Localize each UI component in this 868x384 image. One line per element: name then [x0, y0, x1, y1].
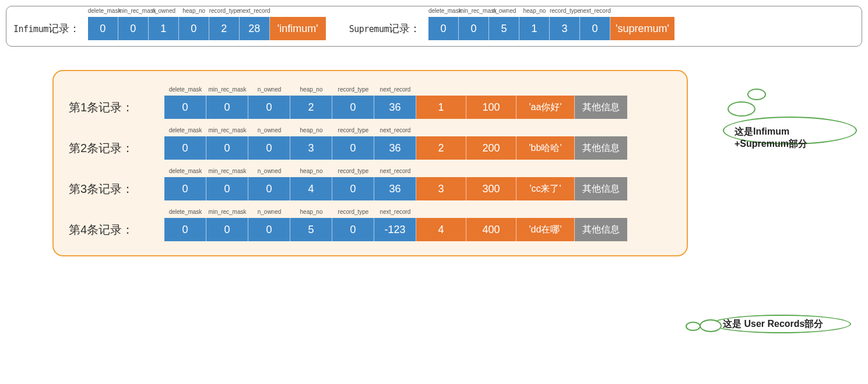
- cell: 36: [374, 136, 416, 160]
- infimum-cells: delete_mask min_rec_mask n_owned heap_no…: [88, 17, 326, 40]
- cell: 'aa你好': [516, 96, 575, 119]
- cell: -123: [374, 218, 416, 241]
- cell: 3: [550, 17, 580, 40]
- cell: 0: [332, 177, 374, 200]
- supremum-label: Supremum记录：: [349, 22, 420, 36]
- record-cells: delete_maskmin_rec_maskn_ownedheap_norec…: [164, 218, 627, 241]
- cell: 2: [209, 17, 240, 40]
- cell: 0: [332, 96, 374, 119]
- cell: 0: [164, 96, 206, 119]
- cell: 300: [466, 177, 516, 200]
- callout-infimum-supremum: 这是Infimum +Supremum部分: [723, 117, 857, 145]
- cell: 36: [374, 177, 416, 200]
- cell-body: 'infimum': [270, 17, 326, 40]
- cell: 100: [466, 96, 516, 119]
- cell: 0: [459, 17, 489, 40]
- cell: 400: [466, 218, 516, 241]
- cell: 1: [519, 17, 550, 40]
- cell: 0: [332, 136, 374, 160]
- cell-body: 'supremum': [610, 17, 674, 40]
- cell: 0: [206, 218, 248, 241]
- cell: 0: [248, 96, 290, 119]
- cell: 2: [416, 136, 466, 160]
- cell: 0: [164, 177, 206, 200]
- record-label: 第2条记录：: [69, 140, 162, 156]
- cell: 1: [416, 96, 466, 119]
- cell: 0: [248, 136, 290, 160]
- cell: 3: [290, 136, 332, 160]
- cell: 0: [88, 17, 118, 40]
- user-record-row: 第4条记录：delete_maskmin_rec_maskn_ownedheap…: [54, 204, 687, 245]
- cell: 0: [248, 218, 290, 241]
- cell: 0: [164, 218, 206, 241]
- cell: 0: [179, 17, 209, 40]
- user-records-box: 第1条记录：delete_maskmin_rec_maskn_ownedheap…: [52, 70, 688, 256]
- cell: 'bb哈哈': [516, 136, 575, 160]
- cell: 'dd在哪': [516, 218, 575, 241]
- cell: 4: [290, 177, 332, 200]
- user-record-row: 第1条记录：delete_maskmin_rec_maskn_ownedheap…: [54, 82, 687, 122]
- cell: 200: [466, 136, 516, 160]
- cell: 36: [374, 96, 416, 119]
- cell: 0: [164, 136, 206, 160]
- cell: 0: [332, 218, 374, 241]
- record-cells: delete_maskmin_rec_maskn_ownedheap_norec…: [164, 177, 627, 200]
- record-label: 第1条记录：: [69, 100, 162, 115]
- infimum-label: Infimum记录：: [13, 22, 80, 36]
- user-record-row: 第3条记录：delete_maskmin_rec_maskn_ownedheap…: [54, 163, 687, 204]
- record-label: 第4条记录：: [69, 222, 162, 238]
- cell: 28: [240, 17, 270, 40]
- supremum-cells: delete_mask min_rec_mask n_owned heap_no…: [428, 17, 674, 40]
- cell: 0: [206, 96, 248, 119]
- infimum-col-labels: delete_mask min_rec_mask n_owned heap_no…: [88, 8, 326, 14]
- record-cells: delete_maskmin_rec_maskn_ownedheap_norec…: [164, 136, 627, 160]
- cell: 'cc来了': [516, 177, 575, 200]
- cell: 0: [206, 177, 248, 200]
- record-cells: delete_maskmin_rec_maskn_ownedheap_norec…: [164, 96, 627, 119]
- cell: 3: [416, 177, 466, 200]
- cell: 4: [416, 218, 466, 241]
- cell: 0: [118, 17, 149, 40]
- cell: 5: [290, 218, 332, 241]
- cell: 0: [580, 17, 610, 40]
- cell: 0: [428, 17, 459, 40]
- cell-extra: 其他信息: [575, 136, 627, 160]
- cell-extra: 其他信息: [575, 218, 627, 241]
- cell-extra: 其他信息: [575, 177, 627, 200]
- cell: 1: [149, 17, 179, 40]
- cell: 5: [489, 17, 519, 40]
- record-label: 第3条记录：: [69, 181, 162, 197]
- infimum-supremum-box: Infimum记录： delete_mask min_rec_mask n_ow…: [6, 6, 862, 47]
- cell: 0: [248, 177, 290, 200]
- cell-extra: 其他信息: [575, 96, 627, 119]
- supremum-col-labels: delete_mask min_rec_mask n_owned heap_no…: [428, 8, 674, 14]
- cell: 2: [290, 96, 332, 119]
- cell: 0: [206, 136, 248, 160]
- user-record-row: 第2条记录：delete_maskmin_rec_maskn_ownedheap…: [54, 122, 687, 163]
